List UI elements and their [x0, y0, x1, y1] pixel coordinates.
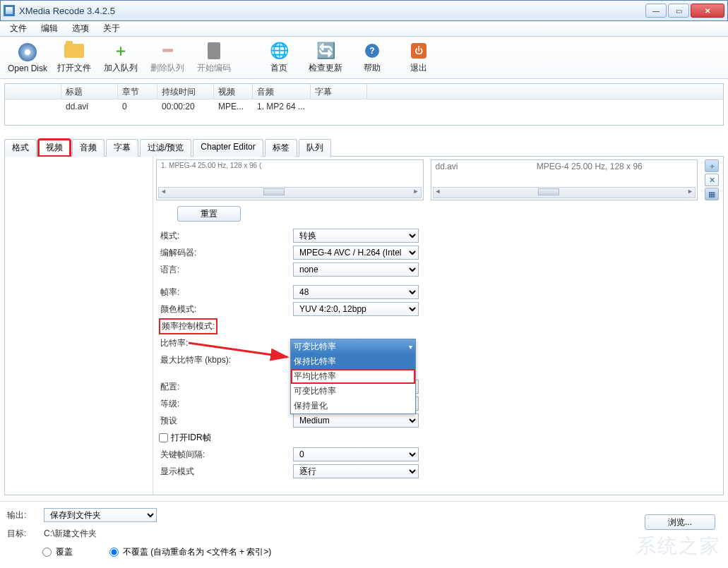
plus-icon: ＋: [111, 41, 131, 61]
tab-tag[interactable]: 标签: [265, 139, 297, 157]
label-level: 等级:: [159, 398, 293, 410]
tab-chapter[interactable]: Chapter Editor: [193, 139, 263, 157]
refresh-icon: 🔄: [316, 41, 335, 61]
tab-format[interactable]: 格式: [4, 139, 37, 157]
col-audio[interactable]: 音频: [253, 84, 311, 99]
encode-icon: [208, 42, 220, 59]
titlebar: XMedia Recode 3.4.2.5 — ▭ ✕: [0, 0, 728, 21]
menu-edit[interactable]: 编辑: [34, 21, 65, 36]
menu-about[interactable]: 关于: [96, 21, 127, 36]
app-icon: [4, 5, 15, 16]
tab-subtitle[interactable]: 字幕: [106, 139, 138, 157]
label-preset: 预设: [159, 415, 293, 427]
select-codec[interactable]: MPEG-4 AVC / H.264 (Intel Quick: [293, 246, 419, 260]
select-output[interactable]: 保存到文件夹: [44, 508, 157, 522]
folder-icon: [64, 44, 84, 58]
label-displaymode: 显示模式: [159, 466, 293, 478]
file-list: 标题 章节 持续时间 视频 音频 字幕 dd.avi 0 00:00:20 MP…: [4, 83, 724, 126]
label-mode: 模式:: [159, 230, 293, 242]
label-profile: 配置:: [159, 381, 293, 393]
reset-button[interactable]: 重置: [177, 206, 241, 222]
window-controls: — ▭ ✕: [645, 4, 724, 18]
tool-check-update[interactable]: 🔄检查更新: [302, 40, 349, 76]
minus-icon: ━: [157, 41, 177, 61]
close-button[interactable]: ✕: [691, 4, 724, 18]
select-keyint[interactable]: 0: [293, 447, 419, 461]
dropdown-selected[interactable]: 可变比特率: [291, 339, 415, 354]
tool-add-queue[interactable]: ＋加入队列: [97, 40, 144, 76]
label-no-overwrite: 不覆盖 (自动重命名为 <文件名 + 索引>): [123, 546, 271, 558]
label-target: 目标:: [7, 528, 38, 540]
tab-queue[interactable]: 队列: [299, 139, 331, 157]
col-chapter[interactable]: 章节: [118, 84, 157, 99]
select-preset[interactable]: Medium: [293, 413, 419, 428]
radio-no-overwrite[interactable]: [109, 548, 119, 557]
minimize-button[interactable]: —: [645, 4, 667, 18]
menu-options[interactable]: 选项: [65, 21, 96, 36]
file-list-header: 标题 章节 持续时间 视频 音频 字幕: [5, 84, 723, 99]
preview-right-scroll[interactable]: [433, 187, 696, 198]
checkbox-openidr[interactable]: [159, 433, 168, 442]
dropdown-ratecontrol[interactable]: 可变比特率 保持比特率 平均比特率 可变比特率 保持量化: [290, 339, 416, 414]
label-language: 语言:: [159, 264, 293, 276]
preview-right: dd.avi MPEG-4 25.00 Hz, 128 x 96: [431, 159, 698, 200]
video-settings-panel: 1. MPEG-4 25.00 Hz, 128 x 96 ( dd.avi MP…: [153, 157, 723, 495]
select-colormode[interactable]: YUV 4:2:0, 12bpp: [293, 302, 419, 316]
label-keyint: 关键帧间隔:: [159, 449, 293, 461]
tool-open-file[interactable]: 打开文件: [51, 40, 97, 76]
power-icon: ⏻: [411, 43, 426, 59]
col-title[interactable]: 标题: [61, 84, 118, 99]
dropdown-item-highlighted[interactable]: 平均比特率: [291, 369, 415, 384]
col-subtitle[interactable]: 字幕: [311, 84, 367, 99]
window-title: XMedia Recode 3.4.2.5: [19, 6, 645, 16]
label-codec: 编解码器:: [159, 247, 293, 259]
col-duration[interactable]: 持续时间: [157, 84, 214, 99]
tab-filter[interactable]: 过滤/预览: [140, 139, 191, 157]
dropdown-item[interactable]: 可变比特率: [291, 384, 415, 399]
home-icon: 🌐: [269, 41, 289, 61]
preview-left-label: 1. MPEG-4 25.00 Hz, 128 x 96 (: [157, 160, 423, 171]
select-mode[interactable]: 转换: [293, 229, 419, 243]
label-colormode: 颜色模式:: [159, 303, 293, 315]
browse-button[interactable]: 浏览...: [645, 514, 715, 530]
dropdown-item[interactable]: 保持比特率: [291, 354, 415, 369]
tab-audio[interactable]: 音频: [72, 139, 105, 157]
tool-start-encode[interactable]: 开始编码: [191, 40, 237, 76]
target-path: C:\新建文件夹: [44, 528, 97, 540]
dropdown-item[interactable]: 保持量化: [291, 399, 415, 413]
menubar: 文件 编辑 选项 关于: [0, 21, 728, 37]
output-panel: 输出: 保存到文件夹 目标: C:\新建文件夹 覆盖 不覆盖 (自动重命名为 <…: [0, 501, 728, 565]
preview-add-button[interactable]: ＋: [705, 159, 719, 172]
label-output: 输出:: [7, 509, 38, 521]
select-fps[interactable]: 48: [293, 285, 419, 299]
left-tree[interactable]: [5, 157, 153, 495]
tab-content: 1. MPEG-4 25.00 Hz, 128 x 96 ( dd.avi MP…: [4, 157, 724, 495]
label-openidr: 打开IDR帧: [171, 432, 211, 444]
tool-home[interactable]: 🌐首页: [256, 40, 302, 76]
help-icon: ?: [365, 44, 379, 58]
tool-remove-queue[interactable]: ━删除队列: [144, 40, 191, 76]
maximize-button[interactable]: ▭: [668, 4, 689, 18]
label-fps: 帧率:: [159, 286, 293, 298]
label-ratecontrol: 频率控制模式:: [159, 318, 217, 334]
tool-exit[interactable]: ⏻退出: [395, 40, 442, 76]
file-list-row[interactable]: dd.avi 0 00:00:20 MPE... 1. MP2 64 ...: [5, 99, 723, 114]
preview-grid-button[interactable]: ▦: [705, 188, 719, 200]
label-bitrate: 比特率:: [159, 337, 293, 349]
tool-help[interactable]: ?帮助: [349, 40, 395, 76]
col-video[interactable]: 视频: [214, 84, 253, 99]
preview-left: 1. MPEG-4 25.00 Hz, 128 x 96 (: [156, 159, 424, 200]
preview-remove-button[interactable]: ✕: [705, 174, 719, 186]
tab-video[interactable]: 视频: [38, 139, 71, 157]
menu-file[interactable]: 文件: [3, 21, 34, 36]
preview-left-scroll[interactable]: [158, 187, 422, 198]
tool-open-disk[interactable]: Open Disk: [4, 40, 51, 76]
toolbar: Open Disk 打开文件 ＋加入队列 ━删除队列 开始编码 🌐首页 🔄检查更…: [0, 37, 728, 79]
select-language[interactable]: none: [293, 262, 419, 277]
radio-overwrite[interactable]: [42, 548, 52, 557]
label-maxbitrate: 最大比特率 (kbps):: [159, 354, 293, 366]
select-displaymode[interactable]: 逐行: [293, 464, 419, 478]
preview-right-name: dd.avi MPEG-4 25.00 Hz, 128 x 96: [431, 160, 698, 173]
tabs-container: 格式 视频 音频 字幕 过滤/预览 Chapter Editor 标签 队列 1…: [4, 138, 724, 495]
disc-icon: [18, 43, 37, 61]
